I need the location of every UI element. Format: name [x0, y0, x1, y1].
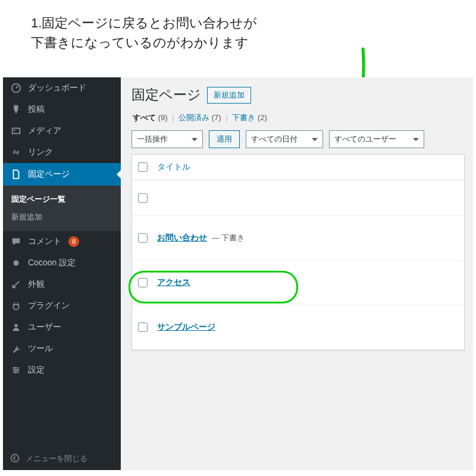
svg-point-7: [14, 371, 17, 374]
media-icon: [10, 126, 22, 136]
sidebar-item-label: Cocoon 設定: [28, 258, 76, 268]
dashboard-icon: [10, 83, 22, 93]
page-title: 固定ページ: [131, 86, 201, 104]
collapse-icon: [10, 453, 20, 465]
sidebar-item-tools[interactable]: ツール: [3, 338, 121, 359]
table-row[interactable]: アクセス: [132, 261, 464, 305]
wp-admin-frame: ダッシュボード 投稿 メディア リンク 固定ページ 固: [3, 77, 473, 470]
select-all-checkbox[interactable]: [138, 162, 148, 172]
sidebar-item-appearance[interactable]: 外観: [3, 274, 121, 295]
wrench-icon: [10, 343, 22, 354]
svg-point-8: [11, 454, 19, 462]
comment-icon: [10, 236, 22, 247]
pages-table: タイトル お問い合わせ — 下書き アクセス サンプルページ: [131, 154, 465, 350]
table-row[interactable]: [132, 180, 464, 216]
add-new-button[interactable]: 新規追加: [207, 87, 251, 104]
table-row[interactable]: サンプルページ: [132, 305, 464, 350]
table-nav: 一括操作 適用 すべての日付 すべてのユーザー: [131, 130, 465, 148]
svg-point-6: [17, 369, 19, 371]
filter-published[interactable]: 公開済み: [178, 113, 209, 122]
svg-rect-1: [12, 129, 20, 134]
sidebar-submenu: 固定ページ一覧 新規追加: [3, 186, 121, 231]
sidebar-item-label: プラグイン: [28, 300, 70, 311]
user-icon: [10, 322, 22, 333]
sidebar-item-cocoon[interactable]: Cocoon 設定: [3, 252, 121, 274]
user-filter-select[interactable]: すべてのユーザー: [329, 130, 424, 148]
sidebar-item-pages[interactable]: 固定ページ: [3, 163, 121, 186]
sidebar-item-label: メディア: [28, 126, 61, 136]
filter-all[interactable]: すべて: [133, 113, 156, 122]
sidebar-item-label: ダッシュボード: [28, 83, 86, 93]
sidebar-item-label: リンク: [28, 147, 53, 158]
plug-icon: [10, 300, 22, 311]
sidebar-item-label: コメント: [28, 236, 61, 247]
svg-point-3: [14, 261, 19, 266]
sidebar-item-label: 投稿: [28, 104, 45, 115]
sidebar-item-label: ツール: [28, 343, 53, 354]
collapse-menu[interactable]: メニューを閉じる: [3, 447, 121, 470]
sidebar-item-label: 外観: [28, 279, 45, 290]
row-title-link[interactable]: サンプルページ: [157, 322, 215, 333]
sidebar-item-users[interactable]: ユーザー: [3, 317, 121, 338]
svg-point-4: [14, 324, 17, 327]
comments-count-badge: 8: [68, 236, 79, 247]
collapse-label: メニューを閉じる: [26, 453, 87, 464]
sidebar-item-links[interactable]: リンク: [3, 142, 121, 163]
svg-point-2: [14, 130, 15, 131]
page-icon: [10, 169, 22, 180]
sidebar-item-media[interactable]: メディア: [3, 120, 121, 142]
row-title-link[interactable]: アクセス: [157, 277, 190, 288]
row-checkbox[interactable]: [138, 193, 148, 203]
column-title[interactable]: タイトル: [157, 162, 190, 173]
sidebar-item-dashboard[interactable]: ダッシュボード: [3, 77, 121, 99]
sidebar-item-label: 固定ページ: [28, 169, 70, 180]
sliders-icon: [10, 365, 22, 375]
filter-draft[interactable]: 下書き: [232, 113, 255, 122]
dot-icon: [10, 258, 22, 268]
row-status: — 下書き: [212, 233, 245, 242]
table-row[interactable]: お問い合わせ — 下書き: [132, 216, 464, 261]
row-title-link[interactable]: お問い合わせ: [157, 233, 207, 242]
svg-point-5: [14, 367, 16, 369]
main-content: 固定ページ 新規追加 すべて (9) | 公開済み (7) | 下書き (2) …: [121, 77, 473, 470]
pin-icon: [10, 104, 22, 115]
date-filter-select[interactable]: すべての日付: [246, 130, 323, 148]
sidebar-item-posts[interactable]: 投稿: [3, 99, 121, 120]
status-filter: すべて (9) | 公開済み (7) | 下書き (2): [133, 112, 464, 123]
link-icon: [10, 147, 22, 158]
submenu-item-add-new[interactable]: 新規追加: [3, 208, 121, 226]
bulk-action-select[interactable]: 一括操作: [131, 130, 203, 148]
sidebar-item-settings[interactable]: 設定: [3, 359, 121, 381]
brush-icon: [10, 279, 22, 290]
row-checkbox[interactable]: [138, 278, 148, 287]
sidebar-item-label: 設定: [28, 365, 45, 375]
row-checkbox[interactable]: [138, 233, 148, 243]
apply-button[interactable]: 適用: [209, 130, 240, 148]
sidebar-item-comments[interactable]: コメント 8: [3, 231, 121, 252]
row-checkbox[interactable]: [138, 322, 148, 332]
submenu-item-page-list[interactable]: 固定ページ一覧: [3, 190, 121, 208]
admin-sidebar: ダッシュボード 投稿 メディア リンク 固定ページ 固: [3, 77, 121, 470]
sidebar-item-label: ユーザー: [28, 322, 61, 333]
annotation-text: 1.固定ページに戻るとお問い合わせが 下書きになっているのがわかります: [31, 13, 257, 52]
table-header: タイトル: [132, 155, 464, 180]
sidebar-item-plugins[interactable]: プラグイン: [3, 295, 121, 317]
